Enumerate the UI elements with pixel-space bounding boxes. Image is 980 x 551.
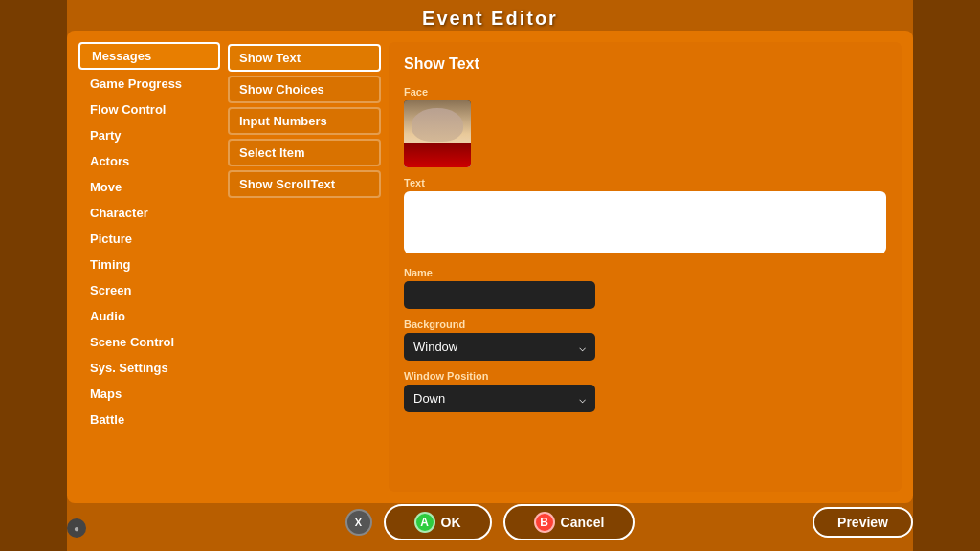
preview-button[interactable]: Preview — [813, 507, 913, 538]
middle-item-show-choices[interactable]: Show Choices — [228, 76, 381, 103]
sidebar-item-actors[interactable]: Actors — [78, 149, 220, 173]
sidebar-item-flow-control[interactable]: Flow Control — [78, 98, 220, 121]
bottom-left-icon: ● — [67, 518, 86, 538]
cancel-button[interactable]: B Cancel — [503, 504, 635, 540]
x-icon: X — [355, 517, 362, 528]
face-box[interactable] — [404, 100, 471, 167]
sidebar-item-character[interactable]: Character — [78, 201, 220, 225]
b-badge: B — [534, 512, 555, 533]
corner-symbol: ● — [74, 523, 79, 534]
sidebar-item-sys.-settings[interactable]: Sys. Settings — [78, 356, 220, 380]
face-label: Face — [404, 86, 886, 98]
sidebar-item-battle[interactable]: Battle — [78, 408, 220, 431]
name-section: Name — [404, 267, 886, 309]
window-position-label: Window Position — [404, 370, 886, 382]
middle-item-show-scrolltext[interactable]: Show ScrollText — [228, 170, 381, 198]
name-input[interactable] — [404, 281, 595, 309]
name-label: Name — [404, 267, 886, 278]
sidebar-item-messages[interactable]: Messages — [78, 42, 220, 70]
text-section: Text — [404, 177, 886, 257]
sidebar-item-timing[interactable]: Timing — [78, 253, 220, 276]
content-title: Show Text — [404, 55, 886, 73]
preview-label: Preview — [837, 515, 888, 530]
window-position-section: Window Position Down ⌵ — [404, 370, 886, 412]
sidebar-item-party[interactable]: Party — [78, 123, 220, 147]
window-position-select[interactable]: Down ⌵ — [404, 385, 595, 412]
button-group: X A OK B Cancel Preview — [67, 504, 913, 540]
window-position-chevron-icon: ⌵ — [579, 392, 586, 406]
text-label: Text — [404, 177, 886, 188]
face-character-image — [404, 100, 471, 167]
sidebar: MessagesGame ProgressFlow ControlPartyAc… — [78, 42, 220, 492]
background-chevron-icon: ⌵ — [579, 341, 586, 354]
sidebar-item-game-progress[interactable]: Game Progress — [78, 72, 220, 96]
ok-button[interactable]: A OK — [384, 504, 492, 540]
window-position-value: Down — [413, 391, 445, 406]
middle-menu: Show TextShow ChoicesInput NumbersSelect… — [228, 42, 381, 492]
background-value: Window — [413, 340, 457, 354]
x-close-button[interactable]: X — [345, 509, 372, 536]
left-panel — [0, 0, 67, 551]
sidebar-item-scene-control[interactable]: Scene Control — [78, 330, 220, 354]
bottom-bar: X A OK B Cancel Preview — [67, 503, 913, 541]
background-select[interactable]: Window ⌵ — [404, 333, 595, 361]
right-panel — [913, 0, 980, 551]
background-section: Background Window ⌵ — [404, 319, 886, 361]
middle-item-show-text[interactable]: Show Text — [228, 44, 381, 72]
sidebar-item-picture[interactable]: Picture — [78, 227, 220, 251]
sidebar-item-audio[interactable]: Audio — [78, 304, 220, 328]
content-area: Show Text Face Text Name Background Wind… — [389, 42, 902, 492]
sidebar-item-screen[interactable]: Screen — [78, 278, 220, 302]
face-section: Face — [404, 86, 886, 167]
middle-item-select-item[interactable]: Select Item — [228, 139, 381, 166]
background-label: Background — [404, 319, 886, 330]
text-input[interactable] — [404, 191, 886, 253]
a-badge: A — [414, 512, 435, 533]
middle-item-input-numbers[interactable]: Input Numbers — [228, 107, 381, 135]
cancel-label: Cancel — [561, 515, 605, 530]
ok-label: OK — [441, 515, 461, 530]
sidebar-item-maps[interactable]: Maps — [78, 382, 220, 406]
main-panel: MessagesGame ProgressFlow ControlPartyAc… — [67, 31, 913, 503]
sidebar-item-move[interactable]: Move — [78, 175, 220, 199]
page-title: Event Editor — [67, 8, 913, 30]
